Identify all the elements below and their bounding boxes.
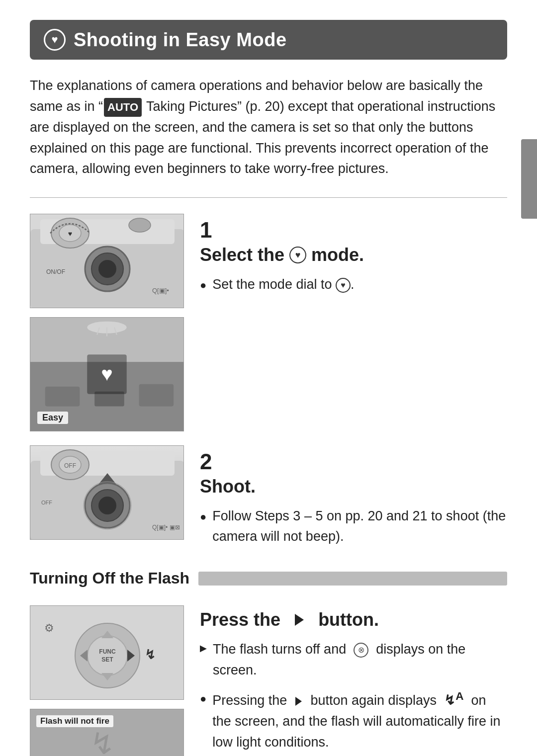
step1-instructions: 1 Select the ♥ mode. ● Set the mode dial… [200, 214, 507, 300]
svg-text:SET: SET [101, 656, 113, 663]
easy-mode-screen-image: ♥ Easy [30, 317, 184, 431]
camera-top-svg: ♥ ON/OF Q[▣]• [30, 214, 183, 308]
step1-title: Select the ♥ mode. [200, 245, 507, 265]
svg-text:OFF: OFF [41, 500, 52, 505]
press-the-button-title: Press the button. [200, 609, 507, 630]
flash-row: FUNC SET ⚙ ↯ [30, 605, 507, 756]
flash-control-image: FUNC SET ⚙ ↯ [30, 605, 184, 700]
flash-screen-image: ↯ Flash will not fire [30, 709, 184, 756]
step2-number: 2 [200, 449, 507, 474]
svg-point-5 [129, 218, 151, 232]
svg-text:Q[▣]• ▣⊠: Q[▣]• ▣⊠ [152, 524, 180, 531]
svg-text:Q[▣]•: Q[▣]• [152, 287, 169, 294]
auto-badge: AUTO [104, 98, 142, 117]
easy-mode-icon: ♥ [44, 29, 66, 51]
step1-images: ♥ ON/OF Q[▣]• [30, 214, 184, 431]
step1-row: ♥ ON/OF Q[▣]• [30, 214, 507, 431]
camera-shoot-image: OFF OFF Q[▣]• ▣⊠ [30, 445, 184, 540]
step2-row: OFF OFF Q[▣]• ▣⊠ [30, 445, 507, 551]
triangle-bullet: ▶ [200, 642, 207, 656]
flash-control-svg: FUNC SET ⚙ ↯ [30, 606, 183, 699]
step1-bullet-list: ● Set the mode dial to ♥ . [200, 274, 507, 295]
flash-section-header: Turning Off the Flash [30, 565, 507, 591]
flash-instruction-col: Press the button. ▶ The flash turns off … [200, 605, 507, 756]
step1-bullet1: ● Set the mode dial to ♥ . [200, 274, 507, 295]
camera-shoot-svg: OFF OFF Q[▣]• ▣⊠ [30, 446, 183, 539]
easy-label: Easy [37, 412, 68, 424]
svg-point-8 [98, 260, 116, 278]
section-header-bar [198, 572, 507, 586]
flash-will-not-fire-label: Flash will not fire [36, 715, 113, 727]
svg-text:FUNC: FUNC [99, 648, 116, 655]
flash-bullet-list: ▶ The flash turns off and ⊗ displays on … [200, 639, 507, 753]
svg-point-37 [88, 636, 127, 675]
page-title: Shooting in Easy Mode [74, 29, 287, 51]
flash-images-col: FUNC SET ⚙ ↯ [30, 605, 184, 756]
svg-text:↯: ↯ [145, 647, 156, 662]
bullet-dot3: ● [200, 690, 206, 707]
mode-dial-icon: ♥ [336, 278, 351, 293]
side-tab [521, 139, 537, 219]
bullet-dot2: ● [200, 508, 206, 525]
flash-bullet1: ▶ The flash turns off and ⊗ displays on … [200, 639, 507, 681]
section-divider [30, 197, 507, 198]
flash-off-icon: ⊗ [354, 643, 368, 658]
flash-section-title: Turning Off the Flash [30, 565, 189, 591]
step2-title: Shoot. [200, 476, 507, 497]
flash-a-label: ↯A [444, 693, 463, 708]
step2-bullet1: ● Follow Steps 3 – 5 on pp. 20 and 21 to… [200, 506, 507, 546]
step2-images: OFF OFF Q[▣]• ▣⊠ [30, 445, 184, 540]
step1-number: 1 [200, 218, 507, 243]
svg-rect-18 [45, 387, 80, 407]
bullet-dot: ● [200, 277, 206, 293]
step2-bullet-list: ● Follow Steps 3 – 5 on pp. 20 and 21 to… [200, 506, 507, 546]
camera-top-image: ♥ ON/OF Q[▣]• [30, 214, 184, 308]
right-arrow-icon [295, 614, 304, 626]
title-bar: ♥ Shooting in Easy Mode [30, 20, 507, 60]
step1-heart-icon: ♥ [289, 247, 306, 263]
svg-text:⚙: ⚙ [44, 622, 54, 634]
svg-text:♥: ♥ [68, 230, 72, 238]
right-arrow-small-icon [295, 697, 302, 706]
svg-text:ON/OF: ON/OF [46, 268, 65, 275]
svg-rect-20 [139, 384, 174, 407]
svg-text:↯: ↯ [90, 727, 115, 756]
step2-instructions: 2 Shoot. ● Follow Steps 3 – 5 on pp. 20 … [200, 445, 507, 551]
svg-text:♥: ♥ [101, 363, 113, 385]
svg-text:OFF: OFF [64, 462, 76, 469]
flash-bullet2: ● Pressing the button again displays ↯A … [200, 688, 507, 753]
svg-point-31 [98, 497, 116, 514]
intro-paragraph: The explanations of camera operations an… [30, 76, 507, 179]
